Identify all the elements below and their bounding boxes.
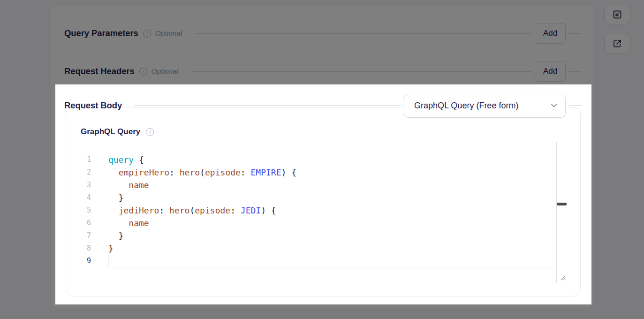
request-builder-panel: Query Parameters i Optional Add Request … [51,6,594,308]
query-parameters-section: Query Parameters i Optional Add [64,22,582,45]
graphql-query-label: GraphQL Query [81,127,140,137]
code-line: empireHero: hero(episode: EMPIRE) { [108,166,556,179]
resize-handle-icon[interactable] [559,274,567,281]
code-line: } [108,229,556,242]
pop-in-icon [612,9,623,20]
code-line: jediHero: hero(episode: JEDI) { [108,204,556,217]
editor-label-row: GraphQL Query i [81,127,154,137]
add-query-parameter-button[interactable]: Add [535,23,566,44]
optional-label: Optional [152,67,179,76]
line-number: 3 [76,179,91,191]
code-line: name [108,217,556,229]
line-number: 9 [76,255,91,267]
code-line: name [108,179,556,191]
divider [134,105,401,106]
graphql-code-editor[interactable]: 123456789 query { empireHero: hero(episo… [66,142,567,283]
open-external-button[interactable] [604,34,630,53]
info-icon[interactable]: i [139,68,147,76]
scrollbar-thumb[interactable] [557,203,567,205]
code-line [108,255,556,267]
add-request-header-button[interactable]: Add [535,61,566,82]
line-number: 6 [76,217,91,229]
graphql-editor-card: GraphQL Query i 123456789 query { empire… [66,107,581,296]
divider [568,33,582,34]
line-number: 1 [76,153,91,166]
info-icon[interactable]: i [143,30,151,38]
divider [195,33,532,34]
line-number: 8 [76,242,91,255]
external-link-icon [612,38,623,49]
optional-label: Optional [155,29,182,38]
line-number: 2 [76,166,91,179]
line-number: 7 [76,229,91,242]
line-number: 5 [76,204,91,217]
request-headers-section: Request Headers i Optional Add [64,60,582,83]
divider [190,71,532,72]
code-line: } [108,242,556,255]
body-type-select[interactable]: GraphQL Query (Free form) [404,94,566,118]
query-parameters-title: Query Parameters [64,28,138,38]
body-type-selected-value: GraphQL Query (Free form) [414,101,549,111]
code-line: } [108,191,556,204]
editor-code[interactable]: query { empireHero: hero(episode: EMPIRE… [108,153,556,267]
request-body-title: Request Body [64,100,122,111]
pop-in-button[interactable] [604,5,630,24]
chevron-down-icon [549,101,559,110]
line-number: 4 [76,191,91,204]
side-toolbar [604,5,630,53]
code-line: query { [108,153,556,166]
divider [568,105,582,106]
info-icon[interactable]: i [146,128,154,136]
editor-right-border [556,142,557,283]
request-headers-title: Request Headers [64,66,135,76]
divider [568,71,582,72]
editor-gutter: 123456789 [76,153,91,267]
request-body-section-header: Request Body GraphQL Query (Free form) [64,93,582,118]
